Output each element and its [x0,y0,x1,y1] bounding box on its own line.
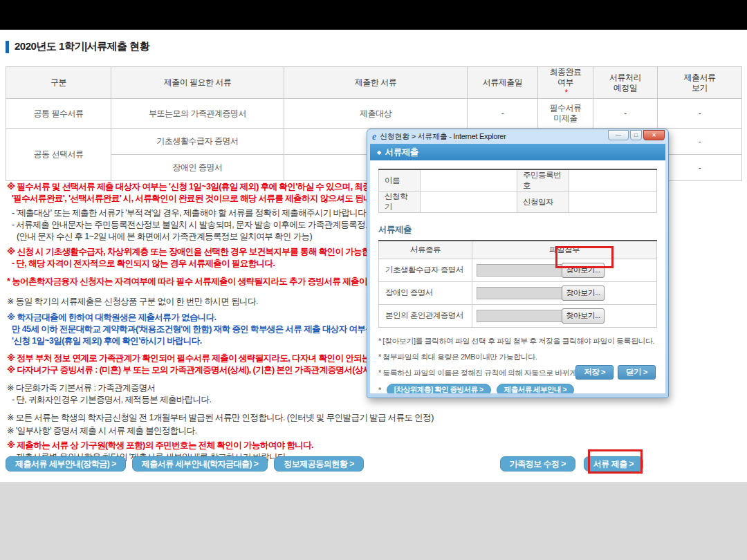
doc-type-header: 서류종류 [379,241,472,259]
window-controls: — □ ✕ [608,130,665,140]
header-category: 구분 [6,67,111,99]
consent-status-button[interactable]: 정보제공동의현황 > [274,456,363,472]
table-header-row: 구분 제출이 필요한 서류 제출한 서류 서류제출일 최종완료 여부* 서류처리… [6,67,742,99]
close-icon[interactable]: ✕ [643,130,665,140]
file-input-group: 찾아보기... [477,263,605,277]
browse-button[interactable]: 찾아보기... [562,263,605,278]
note-bullet: * [378,386,381,394]
submit-documents-button[interactable]: 서류 제출 > [584,456,643,472]
semester-label: 신청학기 [379,192,421,213]
maximize-icon[interactable]: □ [630,130,642,140]
file-row: 장애인 증명서 찾아보기... [379,281,657,304]
apply-date-label: 신청일자 [517,192,569,213]
cell-submitted-doc: 제출대상 [284,99,468,129]
notice-line: ※ '일부사항' 증명서 제출 시 서류 제출 불인정합니다. [7,425,744,437]
applicant-info-table: 이름 주민등록번호 신청학기 신청일자 [378,169,657,213]
cell-required-doc: 기초생활수급자 증명서 [111,129,284,155]
name-label: 이름 [379,169,421,192]
header-submitted-docs: 제출한 서류 [284,67,468,99]
footer-right-buttons: 가족정보 수정 > 서류 제출 > [500,456,643,472]
notice-line: ※ 모든 서류는 학생의 학자금신청일 전 1개월부터 발급된 서류만 인정합니… [7,412,744,424]
popup-body: 이름 주민등록번호 신청학기 신청일자 서류제출 서류종류 파일첨부 [370,160,665,393]
attach-header: 파일첨부 [472,241,657,259]
diamond-bullet-icon: ◆ [377,149,381,156]
popup-titlebar[interactable]: e 신청현황 > 서류제출 - Internet Explorer — □ ✕ [367,129,668,144]
popup-note-line: * [찾아보기]를 클릭하여 파일 선택 후 파일 첨부 후 저장을 클릭해야 … [378,336,657,346]
cell-category: 공동 선택서류 [6,129,111,181]
internet-explorer-icon: e [372,132,376,142]
cell-view-docs: - [658,129,742,155]
cell-required-doc: 부또는모의 가족관계증명서 [111,99,284,129]
close-button[interactable]: 닫기 > [618,365,656,380]
rrn-label: 주민등록번호 [517,169,569,192]
document-submit-popup-window: e 신청현황 > 서류제출 - Internet Explorer — □ ✕ … [367,129,669,398]
header-final-status: 최종완료 여부* [538,67,593,99]
notice-line: ※ 제출하는 서류 상 가구원(학생 포함)의 주민번호는 전체 확인이 가능하… [7,440,744,451]
popup-window-title: 신청현황 > 서류제출 - Internet Explorer [380,131,608,142]
file-upload-section-title: 서류제출 [378,224,657,236]
name-value [421,169,517,192]
edit-family-info-button[interactable]: 가족정보 수정 > [500,456,575,472]
doc-type-label: 본인의 혼인관계증명서 [379,304,472,327]
file-input-group: 찾아보기... [477,286,605,300]
footer-left-buttons: 제출서류 세부안내(장학금) > 제출서류 세부안내(학자금대출) > 정보제공… [6,456,364,472]
page-title: 2020년도 1학기|서류제출 현황 [6,40,149,53]
popup-note-line: * 첨부파일의 최대 용량은 2MB이내만 가능합니다. [378,352,657,362]
popup-action-buttons: 저장 > 닫기 > [575,365,656,380]
doc-guide-loan-button[interactable]: 제출서류 세부안내(학자금대출) > [132,456,268,472]
apply-date-value [569,192,657,213]
file-upload-table: 서류종류 파일첨부 기초생활수급자 증명서 찾아보기... 장애인 증명서 [378,240,657,328]
top-black-band [0,0,747,30]
table-row: 공통 필수서류 부또는모의 가족관계증명서 제출대상 - 필수서류미제출 - - [6,99,742,129]
title-accent-bar [6,41,9,53]
cell-category: 공통 필수서류 [6,99,111,129]
cell-view-docs: - [658,99,742,129]
browse-button[interactable]: 찾아보기... [562,308,605,324]
minimize-icon[interactable]: — [608,130,629,140]
required-asterisk: * [540,88,593,98]
save-button[interactable]: 저장 > [575,365,614,380]
header-process-date: 서류처리예정일 [593,67,658,99]
low-income-proof-button[interactable]: [차상위계층] 확인 증빙서류 > [387,384,491,394]
page-title-text: 2020년도 1학기|서류제출 현황 [15,40,149,53]
cell-view-docs: - [658,155,742,181]
cell-final-status: 필수서류미제출 [538,99,593,129]
popup-note-buttons: * [차상위계층] 확인 증빙서류 > 제출서류 세부안내 > [378,384,657,394]
file-input-group: 찾아보기... [477,309,605,323]
browse-button[interactable]: 찾아보기... [562,286,605,301]
semester-value [421,192,517,213]
rrn-value [569,169,657,192]
doc-detail-guide-button[interactable]: 제출서류 세부안내 > [497,384,574,394]
doc-type-label: 장애인 증명서 [379,281,472,304]
file-row: 본인의 혼인관계증명서 찾아보기... [379,304,657,327]
header-required-docs: 제출이 필요한 서류 [111,67,284,99]
cell-submit-date: - [468,99,538,129]
popup-content: ◆ 서류제출 이름 주민등록번호 신청학기 신청일자 서류제출 [370,144,665,393]
file-row: 기초생활수급자 증명서 찾아보기... [379,259,657,281]
header-submit-date: 서류제출일 [468,67,538,99]
doc-type-label: 기초생활수급자 증명서 [379,259,472,281]
doc-guide-scholarship-button[interactable]: 제출서류 세부안내(장학금) > [6,456,126,472]
cell-process-date: - [593,99,658,129]
footer-gray-band [0,482,747,560]
cell-required-doc: 장애인 증명서 [111,155,284,181]
popup-section-header: ◆ 서류제출 [370,144,665,160]
header-view-docs: 제출서류보기 [658,67,742,99]
